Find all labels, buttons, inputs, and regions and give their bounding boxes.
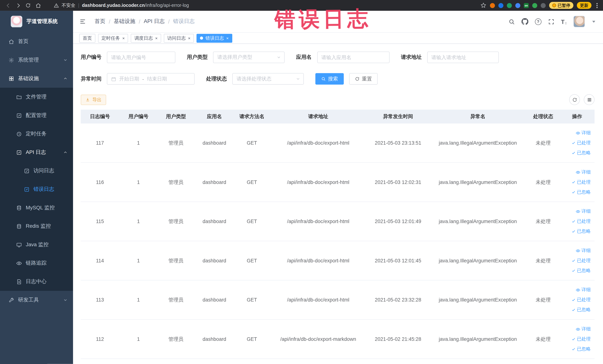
app-title: 芋道管理系统 (26, 18, 58, 25)
close-icon[interactable]: × (155, 36, 158, 40)
process-status-select[interactable]: 请选择处理状态 (232, 73, 304, 84)
action-processed[interactable]: 已处理 (571, 336, 591, 342)
gear-icon (9, 57, 14, 63)
extension-icon[interactable] (532, 3, 537, 8)
breadcrumb-infra[interactable]: 基础设施 (114, 18, 135, 25)
sidebar-item-error-log[interactable]: 错误日志 (0, 180, 73, 199)
browser-home-icon[interactable] (34, 1, 42, 10)
help-icon[interactable]: ? (535, 18, 541, 25)
reset-button[interactable]: 重置 (349, 73, 378, 84)
sidebar-item-dev-tools[interactable]: 研发工具 (0, 291, 73, 309)
sidebar-item-link-tracing[interactable]: 链路追踪 (0, 254, 73, 272)
action-detail[interactable]: 详细 (576, 169, 591, 176)
address-bar[interactable]: 不安全 | dashboard.yudao.iocoder.cn/infra/l… (54, 2, 479, 9)
extension-icon[interactable] (515, 3, 520, 8)
export-button[interactable]: 导出 (81, 94, 106, 105)
extension-icon[interactable] (490, 3, 495, 8)
sidebar-item-mysql-monitor[interactable]: MySQL 监控 (0, 199, 73, 217)
action-detail[interactable]: 详细 (576, 287, 591, 293)
bookmark-star-icon[interactable] (480, 2, 487, 8)
avatar-caret-icon[interactable] (592, 21, 595, 23)
col-status: 处理状态 (527, 113, 559, 120)
tab-home[interactable]: 首页 (79, 34, 95, 43)
action-processed[interactable]: 已处理 (571, 140, 591, 146)
extension-icon[interactable] (541, 3, 546, 8)
eye-icon (576, 209, 580, 214)
browser-reload-icon[interactable] (24, 1, 33, 10)
app-logo[interactable]: 芋道管理系统 (0, 11, 73, 32)
extension-on-icon[interactable]: on (524, 3, 529, 8)
user-avatar[interactable] (573, 16, 585, 27)
tab-error-log[interactable]: 错误日志× (197, 34, 232, 43)
status-badge: 未处理 (527, 218, 559, 225)
chevron-down-icon (63, 298, 68, 303)
refresh-table-button[interactable] (569, 94, 580, 105)
action-detail[interactable]: 详细 (576, 208, 591, 214)
col-log-id: 日志编号 (81, 113, 119, 120)
edit-icon (24, 168, 30, 174)
paused-badge[interactable]: 已暂停 (549, 2, 574, 9)
tab-access-log[interactable]: 访问日志× (164, 34, 194, 43)
edit-icon (16, 113, 22, 118)
sidebar-item-file-management[interactable]: 文件管理 (0, 88, 73, 106)
sidebar-item-home[interactable]: 首页 (0, 32, 73, 51)
github-icon[interactable] (522, 18, 528, 25)
user-type-select[interactable]: 请选择用户类型 (213, 52, 285, 63)
sidebar-item-infra[interactable]: 基础设施 (0, 69, 73, 88)
fullscreen-icon[interactable] (548, 18, 555, 25)
date-range-picker[interactable]: 开始日期 - 结束日期 (107, 73, 195, 84)
close-icon[interactable]: × (226, 36, 229, 40)
process-status-label: 处理状态 (206, 75, 227, 82)
check-icon (571, 219, 576, 224)
browser-back-icon[interactable] (4, 1, 12, 10)
action-processed[interactable]: 已处理 (571, 179, 591, 186)
browser-forward-icon[interactable] (14, 1, 23, 10)
close-icon[interactable]: × (188, 36, 190, 40)
user-id-input[interactable] (107, 52, 175, 63)
request-url-input[interactable] (427, 52, 499, 63)
action-detail[interactable]: 详细 (576, 130, 591, 136)
breadcrumb-home[interactable]: 首页 (94, 18, 105, 25)
action-ignored[interactable]: 已忽略 (571, 228, 591, 235)
sidebar-item-java-monitor[interactable]: Java 监控 (0, 235, 73, 254)
action-detail[interactable]: 详细 (576, 247, 591, 254)
extension-icon[interactable] (507, 3, 512, 8)
action-processed[interactable]: 已处理 (571, 257, 591, 264)
font-size-icon[interactable]: T↕ (561, 18, 567, 25)
database-icon (16, 205, 22, 211)
search-icon[interactable] (508, 18, 515, 25)
extension-icon[interactable] (499, 3, 503, 8)
sidebar-toggle-icon[interactable] (79, 18, 86, 25)
filter-row-1: 用户编号 用户类型 请选择用户类型 应用名 请求地址 (81, 52, 595, 63)
sidebar-item-log-center[interactable]: 日志中心 (0, 272, 73, 291)
action-processed[interactable]: 已处理 (571, 297, 591, 303)
app-name-input[interactable] (317, 52, 389, 63)
close-icon[interactable]: × (122, 36, 125, 40)
action-processed[interactable]: 已处理 (571, 218, 591, 224)
check-icon (571, 258, 576, 263)
sidebar-item-redis-monitor[interactable]: Redis 监控 (0, 217, 73, 235)
sidebar-item-api-logs[interactable]: API 日志 (0, 143, 73, 162)
edit-icon (24, 186, 30, 192)
action-ignored[interactable]: 已忽略 (571, 150, 591, 156)
update-button[interactable]: 更新 (577, 2, 591, 9)
table-toolbar: 导出 (81, 94, 595, 105)
calendar-icon (111, 76, 116, 82)
breadcrumb-api-logs[interactable]: API 日志 (144, 18, 165, 25)
sidebar-item-config-management[interactable]: 配置管理 (0, 106, 73, 125)
action-ignored[interactable]: 已忽略 (571, 267, 591, 274)
browser-menu-icon[interactable] (595, 3, 599, 8)
sidebar-item-scheduled-tasks[interactable]: 定时任务 (0, 125, 73, 143)
action-ignored[interactable]: 已忽略 (571, 306, 591, 313)
action-detail[interactable]: 详细 (576, 326, 591, 332)
tab-schedule-log[interactable]: 调度日志× (131, 34, 161, 43)
url-divider: | (78, 3, 79, 8)
screen: 不安全 | dashboard.yudao.iocoder.cn/infra/l… (0, 0, 603, 364)
column-settings-button[interactable] (584, 94, 594, 105)
search-button[interactable]: 搜索 (315, 73, 344, 84)
sidebar-item-access-log[interactable]: 访问日志 (0, 162, 73, 180)
sidebar-item-system[interactable]: 系统管理 (0, 51, 73, 69)
tab-scheduled-tasks[interactable]: 定时任务× (98, 34, 128, 43)
action-ignored[interactable]: 已忽略 (571, 189, 591, 195)
action-ignored[interactable]: 已忽略 (571, 346, 591, 352)
